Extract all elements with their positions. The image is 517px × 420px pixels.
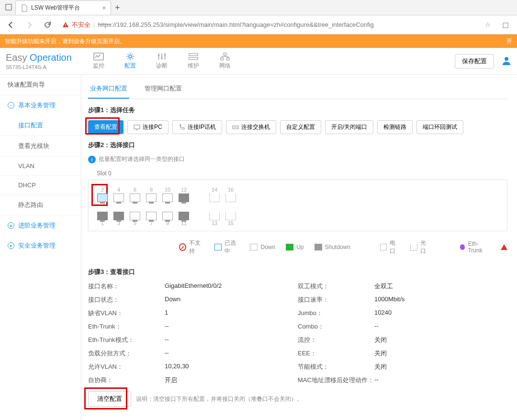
step2-label: 步骤2：选择接口 [88, 141, 507, 149]
sidebar-advanced-mgmt[interactable]: ▸ 进阶业务管理 [0, 216, 81, 236]
browser-tab-strip: LSW Web管理平台 × + [0, 0, 517, 15]
port-8[interactable] [146, 193, 157, 202]
browser-toolbar: 不安全 | https://192.168.255.253/simple/vie… [0, 15, 517, 34]
clear-config-button[interactable]: 清空配置 [88, 391, 131, 407]
monitor-icon [93, 52, 104, 61]
nav-network[interactable]: 网络 [214, 52, 236, 70]
triangle-icon [501, 244, 507, 250]
detail-label: 负载分担方式： [88, 349, 165, 358]
port-6[interactable] [130, 193, 140, 202]
nav-diagnose[interactable]: 诊断 [151, 52, 172, 70]
port-3[interactable] [113, 212, 124, 220]
task-custom-config[interactable]: 自定义配置 [280, 120, 321, 134]
user-icon[interactable] [502, 56, 511, 67]
sidebar-item-interface-config[interactable]: 接口配置 [0, 115, 81, 136]
port-legend: 不支持 已选中 Down Up Shutdown 电口 光口 Eth-Trunk [88, 239, 507, 255]
detail-value: 开启 [165, 376, 298, 385]
step1-label: 步骤1：选择任务 [88, 106, 507, 114]
detail-value: 1 [165, 309, 298, 318]
port-16[interactable] [225, 193, 236, 202]
sidebar-security-mgmt[interactable]: ▸ 安全业务管理 [0, 236, 81, 256]
detail-label: 接口状态： [88, 295, 165, 304]
back-button[interactable] [4, 18, 18, 32]
page-icon [21, 4, 28, 12]
nav-configure[interactable]: 配置 [120, 52, 141, 70]
sidebar-quick-wizard[interactable]: 快速配置向导 [0, 75, 81, 95]
sidebar-item-vlan[interactable]: VLAN [0, 157, 81, 176]
port-13[interactable] [209, 212, 220, 220]
reload-button[interactable] [40, 18, 55, 32]
tab-service-ports[interactable]: 业务网口配置 [88, 79, 129, 99]
down-icon [250, 244, 258, 250]
tab-title: LSW Web管理平台 [31, 4, 99, 12]
top-nav: 监控 配置 诊断 维护 网络 [88, 52, 236, 70]
detail-label: 接口名称： [88, 282, 165, 291]
phone-icon [179, 124, 185, 131]
nav-maintain[interactable]: 维护 [183, 52, 204, 70]
shutdown-icon [315, 244, 322, 250]
save-config-button[interactable]: 保存配置 [455, 54, 494, 68]
app-header: Easy Operation S5735-L24T4S-A 监控 配置 诊断 维… [0, 48, 517, 75]
window-menu-icon[interactable] [2, 0, 15, 15]
sidebar-item-dhcp[interactable]: DHCP [0, 176, 81, 195]
port-1[interactable] [97, 212, 108, 220]
minus-circle-icon: − [8, 102, 14, 109]
tab-mgmt-ports[interactable]: 管理网口配置 [143, 79, 184, 99]
detail-label: MAC地址漂移后处理动作： [298, 376, 374, 385]
address-bar[interactable]: 不安全 | https://192.168.255.253/simple/vie… [58, 18, 477, 32]
sidebar-item-static-route[interactable]: 静态路由 [0, 195, 81, 216]
interface-detail: 接口名称：GigabitEthernet0/0/2双工模式：全双工接口状态：Do… [88, 282, 507, 385]
detail-value: -- [165, 322, 298, 331]
sidebar: 快速配置向导 − 基本业务管理 接口配置 查看光模块 VLAN DHCP 静态路… [0, 75, 81, 420]
task-view-config[interactable]: 查看配置 [88, 120, 124, 134]
task-connect-ip-phone[interactable]: 连接IP话机 [172, 120, 222, 134]
task-buttons: 查看配置 连接PC 连接IP话机 连接交换机 自定义配置 开启/关闭端口 检测链… [88, 120, 507, 134]
detail-label: 允许VLAN： [88, 363, 165, 371]
port-15[interactable] [225, 212, 236, 220]
detail-value: 10,20,30 [165, 363, 298, 371]
port-14[interactable] [209, 193, 220, 202]
banner-action[interactable]: 开 [506, 37, 512, 45]
insecure-icon [62, 22, 69, 28]
eth-trunk-icon [460, 244, 465, 250]
task-connect-pc[interactable]: 连接PC [127, 120, 169, 134]
sidebar-basic-mgmt[interactable]: − 基本业务管理 [0, 95, 81, 115]
svg-rect-12 [221, 58, 224, 60]
nav-monitor[interactable]: 监控 [88, 52, 109, 70]
new-tab-button[interactable]: + [111, 0, 124, 15]
port-12[interactable] [179, 193, 189, 202]
favorite-icon[interactable]: ☆ [481, 18, 495, 32]
forward-button[interactable] [22, 18, 36, 32]
port-11[interactable] [179, 212, 189, 220]
task-loopback-test[interactable]: 端口环回测试 [416, 120, 463, 134]
browser-tab[interactable]: LSW Web管理平台 × [15, 0, 111, 15]
pc-icon [134, 124, 140, 131]
batch-hint: i 批量配置时请选择同一类型的接口 [88, 155, 507, 163]
detail-label: Jumbo： [298, 309, 374, 318]
detail-label: 节能模式： [298, 363, 374, 371]
port-9[interactable] [162, 212, 173, 220]
sidebar-item-optical[interactable]: 查看光模块 [0, 136, 81, 157]
port-5[interactable] [130, 212, 140, 220]
banner-text: 智能升级功能未开启，请到设备升级页面开启。 [5, 37, 125, 45]
detail-label: EEE： [298, 349, 374, 358]
svg-rect-11 [224, 53, 226, 56]
svg-rect-3 [503, 23, 508, 28]
port-4[interactable] [113, 193, 124, 202]
port-2[interactable] [97, 193, 108, 202]
insecure-label: 不安全 [72, 21, 90, 29]
task-connect-switch[interactable]: 连接交换机 [226, 120, 276, 134]
svg-rect-9 [189, 54, 198, 56]
detail-value: 关闭 [374, 363, 507, 371]
task-detect-link[interactable]: 检测链路 [377, 120, 413, 134]
port-7[interactable] [146, 212, 157, 220]
detail-value: -- [374, 376, 507, 385]
config-tabs: 业务网口配置 管理网口配置 [88, 79, 507, 99]
task-toggle-port[interactable]: 开启/关闭端口 [325, 120, 373, 134]
optic-icon [410, 244, 417, 250]
svg-rect-13 [227, 58, 230, 60]
extensions-icon[interactable] [499, 18, 513, 32]
tab-close-icon[interactable]: × [102, 4, 106, 11]
port-10[interactable] [162, 193, 173, 202]
gear-icon [125, 52, 135, 61]
